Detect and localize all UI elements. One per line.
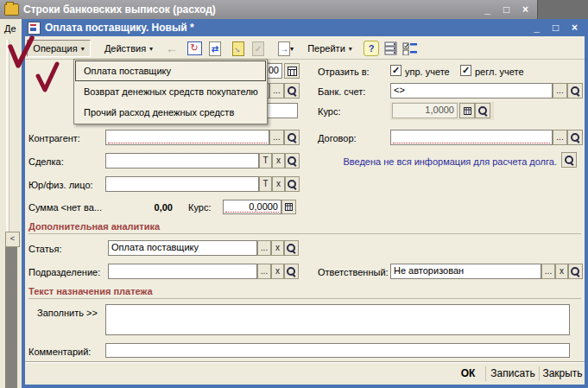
- organization-select-button[interactable]: ...: [269, 83, 284, 99]
- magnifier-icon: [288, 86, 297, 96]
- section-analytics-header: Дополнительная аналитика: [28, 221, 581, 234]
- write-button[interactable]: Записать: [485, 366, 540, 381]
- dialog-maximize-button[interactable]: □: [548, 21, 563, 35]
- department-field[interactable]: [108, 264, 257, 279]
- outer-panel-edge: [6, 40, 9, 232]
- transfer-button[interactable]: ⇄: [206, 40, 224, 57]
- dialog-client-area: Операция ▾ Действия ▾ ← ↻ ⇄ →: [25, 36, 585, 385]
- magnifier-icon: [571, 133, 580, 143]
- contract-label: Договор:: [318, 133, 357, 143]
- responsible-select-button[interactable]: ...: [541, 264, 555, 279]
- entity-type-button[interactable]: Т: [259, 176, 272, 192]
- counterparty-open-button[interactable]: [284, 130, 300, 145]
- check-icon: ✓: [392, 66, 400, 75]
- chevron-down-icon: ▾: [81, 45, 85, 53]
- responsible-field[interactable]: Не авторизован: [390, 264, 541, 279]
- contract-open-button[interactable]: [567, 130, 583, 145]
- debt-message: Введена не вся информация для расчета до…: [198, 156, 557, 167]
- article-field[interactable]: Оплата поставщику: [108, 240, 257, 256]
- ok-button[interactable]: ОК: [451, 366, 485, 381]
- article-label: Статья:: [28, 244, 62, 254]
- refresh-button[interactable]: ↻: [186, 40, 203, 57]
- output-button[interactable]: → ▾: [273, 40, 299, 57]
- responsible-clear-button[interactable]: x: [555, 264, 568, 279]
- rate-left-label: Курс:: [188, 202, 211, 213]
- department-open-button[interactable]: [284, 264, 299, 279]
- bank-account-select-button[interactable]: ...: [553, 83, 567, 99]
- responsible-open-button[interactable]: [568, 264, 583, 279]
- counterparty-select-button[interactable]: ...: [269, 130, 284, 145]
- department-clear-button[interactable]: x: [271, 264, 284, 279]
- rate-left-calc-button[interactable]: [281, 200, 296, 214]
- list-structure-icon: [384, 41, 399, 55]
- menu-item-other-expense[interactable]: Прочий расход денежных средств: [75, 102, 266, 123]
- responsible-label: Ответственный:: [318, 267, 389, 277]
- fill-button[interactable]: Заполнить >>: [37, 308, 98, 318]
- bank-account-open-button[interactable]: [567, 83, 583, 99]
- rate-right-calc-button[interactable]: [459, 103, 475, 118]
- reflect-reg-checkbox[interactable]: ✓: [460, 65, 471, 76]
- comment-field[interactable]: [105, 343, 570, 358]
- rate-right-open-button[interactable]: [475, 103, 490, 118]
- output-document-icon: →: [278, 41, 290, 56]
- magnifier-icon: [571, 86, 580, 96]
- document-icon: [28, 22, 41, 35]
- magnifier-icon: [288, 133, 297, 143]
- rate-right-group: 1,0000: [390, 102, 494, 120]
- toolbar: Операция ▾ Действия ▾ ← ↻ ⇄ →: [25, 36, 585, 60]
- refresh-icon: ↻: [187, 41, 202, 55]
- outer-minimize-button[interactable]: _: [480, 3, 495, 16]
- settings-checkbox-button[interactable]: [401, 40, 419, 57]
- dialog-minimize-button[interactable]: _: [529, 21, 544, 35]
- post-document-button[interactable]: →: [230, 40, 247, 57]
- menu-item-refund-to-buyer[interactable]: Возврат денежных средств покупателю: [75, 81, 266, 102]
- department-label: Подразделение:: [28, 267, 100, 277]
- article-clear-button[interactable]: x: [271, 240, 284, 256]
- amount-label: Сумма <нет ва...: [28, 202, 102, 213]
- calculator-icon: [464, 107, 471, 115]
- department-select-button[interactable]: ...: [257, 264, 271, 279]
- actions-menu-button[interactable]: Действия ▾: [96, 40, 161, 57]
- dialog-close-button[interactable]: ×: [567, 21, 582, 35]
- outer-close-button[interactable]: ×: [518, 3, 533, 16]
- magnifier-icon: [478, 106, 488, 116]
- dialog-titlebar: Оплата поставщику. Новый * _ □ ×: [22, 19, 588, 36]
- goto-menu-button[interactable]: Перейти ▾: [303, 40, 357, 57]
- article-open-button[interactable]: [284, 240, 299, 256]
- help-button[interactable]: ?: [364, 41, 379, 56]
- contract-select-button[interactable]: ...: [553, 130, 567, 145]
- back-arrow-icon: ←: [166, 41, 178, 55]
- reflect-mgmt-checkbox[interactable]: ✓: [390, 65, 401, 76]
- contract-field[interactable]: [390, 130, 553, 145]
- counterparty-field[interactable]: [105, 130, 269, 145]
- outer-menu-actions-clipped[interactable]: Де: [4, 23, 16, 34]
- scroll-left-button[interactable]: <: [5, 232, 20, 247]
- payment-text-area[interactable]: [105, 304, 570, 335]
- back-button[interactable]: ←: [163, 40, 180, 57]
- entity-clear-button[interactable]: x: [272, 176, 285, 192]
- calendar-icon: [288, 67, 297, 76]
- entity-open-button[interactable]: [285, 176, 300, 192]
- rate-right-field: 1,0000: [392, 103, 458, 118]
- chevron-down-icon: ▾: [349, 45, 352, 53]
- debt-detail-button[interactable]: [561, 152, 577, 168]
- comment-label: Комментарий:: [28, 347, 91, 357]
- reflect-label: Отразить в:: [318, 67, 370, 77]
- checkbox-list-icon: [402, 41, 418, 55]
- article-select-button[interactable]: ...: [257, 240, 271, 256]
- outer-maximize-button[interactable]: □: [499, 3, 514, 16]
- approve-button-disabled[interactable]: ✓: [250, 40, 267, 57]
- post-document-icon: →: [232, 41, 244, 56]
- bank-account-field[interactable]: <>: [390, 83, 553, 99]
- approve-icon: ✓: [252, 41, 264, 56]
- organization-open-button[interactable]: [284, 83, 300, 99]
- operation-dropdown-menu: Оплата поставщику Возврат денежных средс…: [73, 59, 268, 124]
- menu-item-payment-to-supplier[interactable]: Оплата поставщику: [75, 60, 266, 81]
- close-button[interactable]: Закрыть: [539, 366, 585, 381]
- operation-menu-button[interactable]: Операция ▾: [27, 40, 91, 57]
- rate-left-field[interactable]: 0,0000: [223, 200, 281, 214]
- outer-window-title: Строки банковских выписок (расход): [23, 3, 476, 16]
- calendar-button[interactable]: [284, 63, 300, 79]
- entity-field[interactable]: [105, 176, 259, 192]
- structure-button[interactable]: [383, 40, 400, 57]
